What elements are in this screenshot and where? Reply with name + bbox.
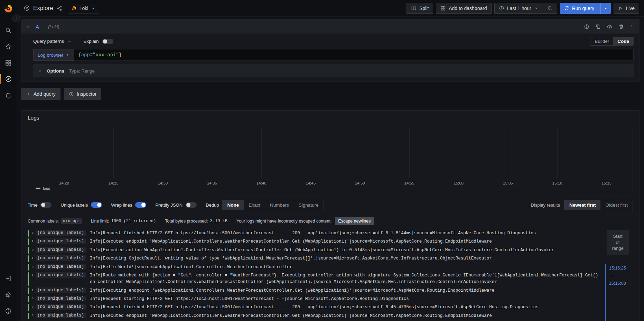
sidebar-item-settings[interactable] [0, 286, 17, 303]
log-unique-labels-badge: (no unique labels) [36, 238, 86, 244]
expand-log-chevron-icon[interactable] [31, 273, 34, 276]
prettify-json-toggle[interactable] [186, 202, 197, 208]
expand-log-chevron-icon[interactable] [31, 305, 34, 308]
expand-log-chevron-icon[interactable] [31, 297, 34, 300]
expand-log-chevron-icon[interactable] [31, 248, 34, 251]
hide-query-icon[interactable] [607, 24, 613, 30]
log-row[interactable]: (no unique labels) Info|Route matched wi… [28, 272, 600, 287]
log-line-text: Info|Request starting HTTP/2 GET https:/… [90, 296, 409, 302]
inspector-button[interactable]: Inspector [64, 88, 102, 100]
run-query-button[interactable]: Run query [560, 3, 611, 14]
sort-newest-first[interactable]: Newest first [564, 200, 601, 210]
expand-log-chevron-icon[interactable] [31, 289, 34, 292]
time-toggle-label: Time [28, 202, 37, 208]
sidebar-item-starred[interactable] [0, 38, 17, 55]
log-row[interactable]: (no unique labels) Info|Executed endpoin… [28, 238, 600, 246]
log-row[interactable]: (no unique labels) Info|Executing endpoi… [28, 287, 600, 295]
log-row[interactable]: (no unique labels) Info|Request starting… [28, 295, 600, 303]
code-mode-button[interactable]: Code [613, 37, 633, 45]
sidebar-item-dashboards[interactable] [0, 55, 17, 71]
sidebar-item-alerting[interactable] [0, 87, 17, 103]
add-query-button[interactable]: Add query [21, 88, 60, 100]
range-timestamps: 15:16:25 — 15:16:08 [609, 265, 626, 287]
log-unique-labels-badge: (no unique labels) [36, 296, 86, 301]
unique-labels-toggle[interactable] [91, 202, 102, 208]
query-row-header: A (Loki) [21, 20, 639, 34]
log-row[interactable]: (no unique labels) Info|Hello World!|sou… [28, 263, 600, 272]
grafana-logo[interactable] [4, 4, 13, 13]
sidebar-item-help[interactable] [0, 303, 17, 319]
chevron-down-icon [91, 6, 95, 10]
editor-mode-toggle: Builder Code [590, 37, 634, 46]
sidebar-item-sign-in[interactable] [0, 270, 17, 286]
log-unique-labels-badge: (no unique labels) [36, 287, 86, 293]
line-limit-value: 1000 (21 returned) [111, 219, 156, 224]
start-of-range-button[interactable]: Start of range [607, 230, 629, 255]
escape-newlines-button[interactable]: Escape newlines [335, 217, 374, 225]
dedup-option-exact[interactable]: Exact [244, 200, 265, 210]
expand-log-chevron-icon[interactable] [31, 314, 34, 317]
logs-controls: Time Unique labels Wrap lines Prettify J… [28, 200, 633, 210]
expand-log-chevron-icon[interactable] [31, 256, 34, 259]
expand-log-chevron-icon[interactable] [31, 265, 34, 268]
split-icon [411, 6, 417, 11]
common-labels-value: xxx-api [61, 218, 82, 224]
gridline [607, 128, 607, 178]
explain-toggle[interactable] [102, 39, 113, 44]
sort-oldest-first[interactable]: Oldest first [600, 200, 633, 210]
query-help-icon[interactable] [584, 24, 589, 29]
duplicate-query-icon[interactable] [595, 24, 601, 29]
sidebar-item-explore[interactable] [0, 71, 17, 87]
builder-mode-button[interactable]: Builder [590, 37, 613, 45]
live-button[interactable]: Live [614, 3, 639, 14]
query-expression-input[interactable]: {app="xxx-api"} [74, 49, 634, 61]
logs-panel: Logs 14:20 14:25 1 [21, 110, 640, 321]
expand-log-chevron-icon[interactable] [31, 239, 34, 243]
log-row[interactable]: (no unique labels) Info|Executed action … [28, 246, 600, 255]
query-options-section[interactable]: Options Type: Range [33, 64, 634, 77]
run-query-dropdown[interactable] [600, 3, 611, 14]
log-line-text: Info|Request finished HTTP/2 GET https:/… [90, 230, 536, 237]
log-browser-button[interactable]: Log browser [33, 49, 74, 61]
dedup-option-signature[interactable]: Signature [294, 200, 324, 210]
dedup-label: Dedup [206, 202, 219, 208]
log-volume-chart: 14:20 14:25 14:30 14:35 [28, 128, 633, 192]
x-axis-tick-label: 15:05 [503, 181, 513, 185]
collapse-chevron-icon[interactable] [26, 25, 30, 29]
dedup-option-numbers[interactable]: Numbers [265, 200, 294, 210]
log-unique-labels-badge: (no unique labels) [36, 230, 86, 236]
share-icon[interactable] [57, 6, 62, 11]
chevron-down-icon [67, 39, 72, 44]
zoom-out-button[interactable] [543, 3, 557, 14]
wrap-lines-toggle-label: Wrap lines [111, 202, 132, 208]
add-to-dashboard-button[interactable]: Add to dashboard [436, 3, 492, 14]
log-line-text: Info|Executing ObjectResult, writing val… [90, 255, 492, 262]
range-time-from: 15:16:25 [609, 265, 626, 272]
log-line-text: Info|Request finished HTTP/2 GET https:/… [90, 304, 539, 311]
expand-log-chevron-icon[interactable] [31, 231, 34, 234]
sync-icon [564, 6, 569, 11]
x-axis-tick-label: 14:40 [256, 181, 267, 185]
drag-handle-icon[interactable] [630, 24, 635, 29]
range-time-to: 15:16:08 [609, 280, 626, 287]
wrap-lines-toggle[interactable] [135, 202, 146, 208]
log-row[interactable]: (no unique labels) Info|Executing Object… [28, 255, 600, 263]
split-button[interactable]: Split [407, 3, 433, 14]
log-row[interactable]: (no unique labels) Info|Request finished… [28, 303, 600, 312]
x-axis-tick-label: 14:30 [158, 181, 168, 185]
query-patterns-dropdown[interactable]: Query patterns [33, 39, 72, 44]
clock-icon [499, 6, 504, 11]
sidebar-expand-button[interactable] [12, 15, 20, 22]
dedup-option-none[interactable]: None [222, 200, 244, 210]
time-range-picker[interactable]: Last 1 hour [494, 3, 543, 14]
datasource-picker[interactable]: Loki [68, 3, 100, 14]
chart-legend[interactable]: logs [36, 186, 50, 190]
help-circle-icon [5, 308, 12, 314]
sidebar-item-search[interactable] [0, 22, 17, 38]
options-label: Options [47, 68, 64, 74]
remove-query-icon[interactable] [618, 24, 624, 29]
explore-compass-icon [24, 5, 30, 11]
log-row[interactable]: (no unique labels) Info|Executed endpoin… [28, 312, 600, 320]
time-toggle[interactable] [40, 202, 52, 208]
log-row[interactable]: (no unique labels) Info|Request finished… [28, 229, 600, 238]
